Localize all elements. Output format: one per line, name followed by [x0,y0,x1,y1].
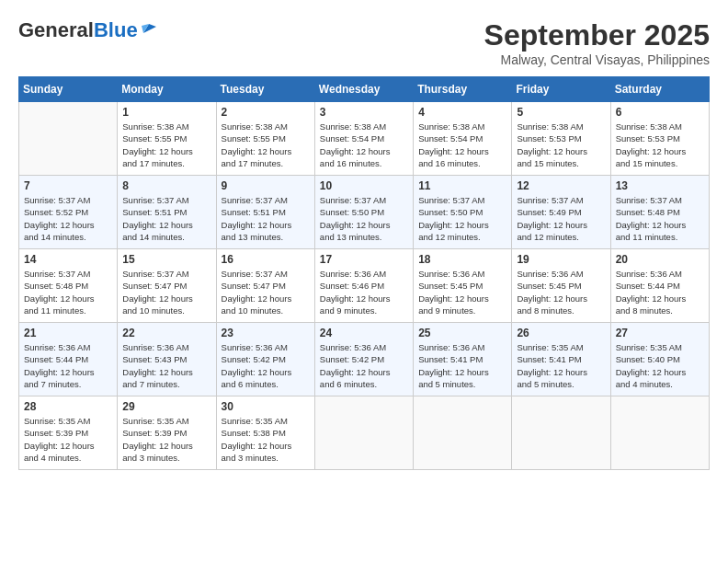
calendar-cell: 28Sunrise: 5:35 AMSunset: 5:39 PMDayligh… [19,396,118,470]
calendar-cell: 24Sunrise: 5:36 AMSunset: 5:42 PMDayligh… [314,323,413,396]
day-info: Sunrise: 5:37 AMSunset: 5:49 PMDaylight:… [517,194,605,243]
day-info: Sunrise: 5:36 AMSunset: 5:46 PMDaylight:… [320,268,408,316]
calendar-cell: 2Sunrise: 5:38 AMSunset: 5:55 PMDaylight… [216,102,314,176]
day-info: Sunrise: 5:37 AMSunset: 5:50 PMDaylight:… [418,194,506,243]
day-info: Sunrise: 5:38 AMSunset: 5:53 PMDaylight:… [517,121,605,169]
day-info: Sunrise: 5:35 AMSunset: 5:38 PMDaylight:… [222,415,310,464]
calendar-cell: 17Sunrise: 5:36 AMSunset: 5:46 PMDayligh… [314,249,413,323]
day-info: Sunrise: 5:36 AMSunset: 5:41 PMDaylight:… [418,341,506,390]
calendar-week-row: 7Sunrise: 5:37 AMSunset: 5:52 PMDaylight… [19,176,710,249]
location: Malway, Central Visayas, Philippines [484,52,710,67]
calendar-cell: 23Sunrise: 5:36 AMSunset: 5:42 PMDayligh… [216,323,314,396]
calendar-cell [19,102,118,176]
day-info: Sunrise: 5:35 AMSunset: 5:39 PMDaylight:… [24,415,112,464]
calendar-cell: 4Sunrise: 5:38 AMSunset: 5:54 PMDaylight… [414,102,512,176]
day-number: 18 [418,253,506,266]
day-info: Sunrise: 5:37 AMSunset: 5:52 PMDaylight:… [24,194,112,243]
day-info: Sunrise: 5:36 AMSunset: 5:42 PMDaylight:… [222,341,310,390]
calendar-cell: 5Sunrise: 5:38 AMSunset: 5:53 PMDaylight… [512,102,610,176]
calendar-cell [610,396,709,470]
day-number: 26 [517,327,605,339]
day-header-thursday: Thursday [414,77,512,102]
calendar-cell: 9Sunrise: 5:37 AMSunset: 5:51 PMDaylight… [216,176,314,249]
day-number: 24 [320,327,408,339]
calendar-cell: 10Sunrise: 5:37 AMSunset: 5:50 PMDayligh… [314,176,413,249]
day-info: Sunrise: 5:35 AMSunset: 5:41 PMDaylight:… [517,341,605,390]
calendar-cell: 13Sunrise: 5:37 AMSunset: 5:48 PMDayligh… [610,176,709,249]
day-number: 21 [24,327,112,339]
day-number: 3 [320,106,408,119]
day-number: 12 [517,179,605,192]
calendar-cell: 8Sunrise: 5:37 AMSunset: 5:51 PMDaylight… [118,176,216,249]
day-number: 17 [320,253,408,266]
calendar-cell: 6Sunrise: 5:38 AMSunset: 5:53 PMDaylight… [610,102,709,176]
calendar-week-row: 28Sunrise: 5:35 AMSunset: 5:39 PMDayligh… [19,396,710,470]
day-number: 5 [517,106,605,119]
calendar-cell [414,396,512,470]
day-number: 27 [616,327,704,339]
day-info: Sunrise: 5:36 AMSunset: 5:45 PMDaylight:… [418,268,506,316]
day-number: 13 [616,179,704,192]
day-number: 8 [122,179,210,192]
day-number: 28 [24,400,112,413]
day-info: Sunrise: 5:38 AMSunset: 5:53 PMDaylight:… [616,121,704,169]
day-header-monday: Monday [118,77,216,102]
day-number: 6 [616,106,704,119]
day-number: 22 [122,327,210,339]
month-title: September 2025 [484,18,710,52]
calendar-header-row: SundayMondayTuesdayWednesdayThursdayFrid… [19,77,710,102]
day-number: 2 [222,106,310,119]
day-info: Sunrise: 5:38 AMSunset: 5:55 PMDaylight:… [122,121,210,169]
day-number: 15 [122,253,210,266]
calendar-cell [512,396,610,470]
calendar-cell: 30Sunrise: 5:35 AMSunset: 5:38 PMDayligh… [216,396,314,470]
day-number: 20 [616,253,704,266]
calendar-cell: 14Sunrise: 5:37 AMSunset: 5:48 PMDayligh… [19,249,118,323]
day-info: Sunrise: 5:38 AMSunset: 5:54 PMDaylight:… [418,121,506,169]
calendar-cell: 11Sunrise: 5:37 AMSunset: 5:50 PMDayligh… [414,176,512,249]
day-info: Sunrise: 5:37 AMSunset: 5:48 PMDaylight:… [616,194,704,243]
day-number: 11 [418,179,506,192]
day-number: 14 [24,253,112,266]
day-number: 19 [517,253,605,266]
day-number: 16 [222,253,310,266]
day-header-wednesday: Wednesday [314,77,413,102]
calendar-cell: 27Sunrise: 5:35 AMSunset: 5:40 PMDayligh… [610,323,709,396]
day-header-tuesday: Tuesday [216,77,314,102]
day-header-friday: Friday [512,77,610,102]
day-info: Sunrise: 5:37 AMSunset: 5:47 PMDaylight:… [122,268,210,316]
day-info: Sunrise: 5:37 AMSunset: 5:48 PMDaylight:… [24,268,112,316]
day-info: Sunrise: 5:36 AMSunset: 5:42 PMDaylight:… [320,341,408,390]
calendar-cell: 26Sunrise: 5:35 AMSunset: 5:41 PMDayligh… [512,323,610,396]
day-info: Sunrise: 5:37 AMSunset: 5:50 PMDaylight:… [320,194,408,243]
calendar-cell: 3Sunrise: 5:38 AMSunset: 5:54 PMDaylight… [314,102,413,176]
day-number: 7 [24,179,112,192]
day-info: Sunrise: 5:35 AMSunset: 5:40 PMDaylight:… [616,341,704,390]
day-info: Sunrise: 5:37 AMSunset: 5:51 PMDaylight:… [122,194,210,243]
calendar-cell: 19Sunrise: 5:36 AMSunset: 5:45 PMDayligh… [512,249,610,323]
day-info: Sunrise: 5:36 AMSunset: 5:44 PMDaylight:… [24,341,112,390]
calendar-cell: 12Sunrise: 5:37 AMSunset: 5:49 PMDayligh… [512,176,610,249]
calendar-week-row: 1Sunrise: 5:38 AMSunset: 5:55 PMDaylight… [19,102,710,176]
calendar-cell: 16Sunrise: 5:37 AMSunset: 5:47 PMDayligh… [216,249,314,323]
day-number: 30 [222,400,310,413]
calendar-cell: 21Sunrise: 5:36 AMSunset: 5:44 PMDayligh… [19,323,118,396]
day-info: Sunrise: 5:35 AMSunset: 5:39 PMDaylight:… [122,415,210,464]
calendar-table: SundayMondayTuesdayWednesdayThursdayFrid… [18,76,710,470]
title-area: September 2025 Malway, Central Visayas, … [484,18,710,67]
calendar-cell: 18Sunrise: 5:36 AMSunset: 5:45 PMDayligh… [414,249,512,323]
logo-text: GeneralBlue [18,18,138,42]
logo-icon [140,20,156,37]
calendar-cell: 22Sunrise: 5:36 AMSunset: 5:43 PMDayligh… [118,323,216,396]
calendar-cell: 7Sunrise: 5:37 AMSunset: 5:52 PMDaylight… [19,176,118,249]
day-info: Sunrise: 5:36 AMSunset: 5:43 PMDaylight:… [122,341,210,390]
calendar-cell: 25Sunrise: 5:36 AMSunset: 5:41 PMDayligh… [414,323,512,396]
day-info: Sunrise: 5:36 AMSunset: 5:44 PMDaylight:… [616,268,704,316]
day-info: Sunrise: 5:37 AMSunset: 5:51 PMDaylight:… [222,194,310,243]
calendar-week-row: 21Sunrise: 5:36 AMSunset: 5:44 PMDayligh… [19,323,710,396]
day-number: 1 [122,106,210,119]
calendar-week-row: 14Sunrise: 5:37 AMSunset: 5:48 PMDayligh… [19,249,710,323]
day-number: 10 [320,179,408,192]
day-number: 29 [122,400,210,413]
day-info: Sunrise: 5:36 AMSunset: 5:45 PMDaylight:… [517,268,605,316]
